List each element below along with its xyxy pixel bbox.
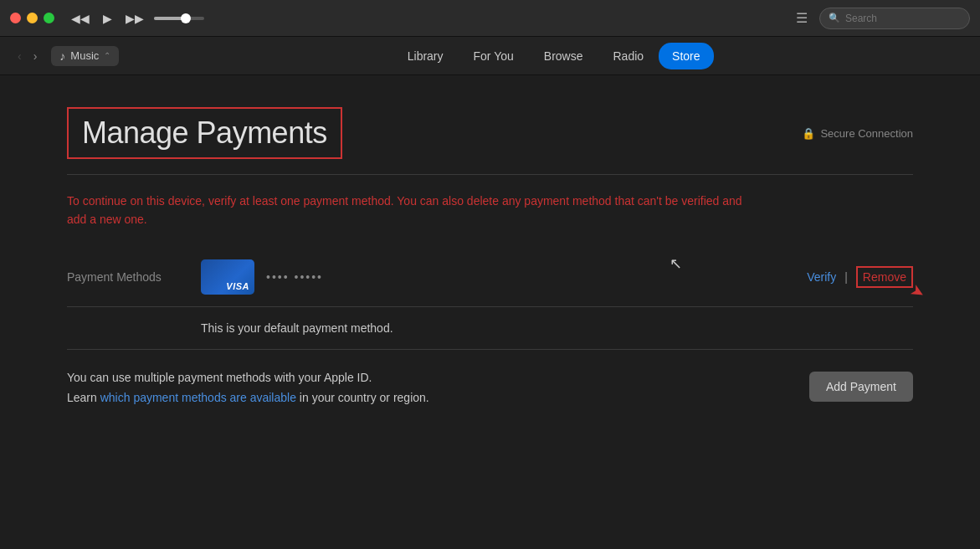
- remove-button[interactable]: Remove: [863, 270, 906, 284]
- payment-methods-link[interactable]: which payment methods are available: [100, 391, 296, 404]
- add-payment-description: You can use multiple payment methods wit…: [67, 368, 429, 408]
- back-button[interactable]: ‹: [13, 48, 26, 64]
- visa-logo: VISA: [226, 281, 249, 291]
- card-container: VISA •••• •••••: [201, 259, 323, 295]
- nav-arrows: ‹ ›: [13, 48, 41, 64]
- volume-slider[interactable]: [154, 17, 204, 20]
- main-content: Manage Payments 🔒 Secure Connection To c…: [0, 75, 980, 408]
- fullscreen-button[interactable]: [44, 13, 54, 23]
- play-controls: ◀◀ ▶ ▶▶: [68, 10, 204, 27]
- secure-connection: 🔒 Secure Connection: [802, 127, 913, 140]
- forward-button[interactable]: ›: [29, 48, 42, 64]
- page-header: Manage Payments 🔒 Secure Connection: [67, 84, 913, 175]
- titlebar-right: ☰ 🔍: [793, 7, 970, 29]
- music-note-icon: ♪: [59, 49, 65, 63]
- play-button[interactable]: ▶: [100, 10, 115, 27]
- search-bar[interactable]: 🔍: [819, 8, 970, 29]
- warning-text: To continue on this device, verify at le…: [67, 192, 753, 229]
- payment-methods-label: Payment Methods: [67, 270, 184, 284]
- app-selector-label: Music: [70, 49, 99, 62]
- app-selector[interactable]: ♪ Music ⌃: [51, 46, 119, 66]
- search-input[interactable]: [845, 13, 961, 24]
- chevron-down-icon: ⌃: [104, 51, 110, 60]
- add-payment-line2-suffix: in your country or region.: [296, 391, 429, 404]
- tab-store[interactable]: Store: [659, 43, 713, 69]
- close-button[interactable]: [10, 13, 21, 23]
- verify-button[interactable]: Verify: [807, 270, 836, 284]
- add-payment-line1: You can use multiple payment methods wit…: [67, 371, 372, 384]
- titlebar: ◀◀ ▶ ▶▶ ☰ 🔍: [0, 0, 980, 37]
- nav-links: Library For You Browse Radio Store: [139, 43, 967, 69]
- remove-button-box: Remove ➤: [856, 266, 913, 288]
- lock-icon: 🔒: [802, 127, 815, 140]
- add-payment-section: You can use multiple payment methods wit…: [67, 350, 913, 408]
- arrow-annotation: ➤: [906, 279, 929, 303]
- page-title: Manage Payments: [82, 115, 327, 151]
- add-payment-line2-prefix: Learn: [67, 391, 100, 404]
- card-number: •••• •••••: [266, 270, 323, 284]
- page-title-box: Manage Payments: [67, 107, 342, 159]
- search-icon: 🔍: [829, 13, 840, 23]
- payment-actions: Verify | Remove ➤: [807, 266, 913, 288]
- tab-radio[interactable]: Radio: [598, 43, 659, 69]
- visa-card: VISA: [201, 259, 254, 295]
- default-payment-text: This is your default payment method.: [201, 321, 393, 335]
- navbar: ‹ › ♪ Music ⌃ Library For You Browse Rad…: [0, 37, 980, 75]
- tab-library[interactable]: Library: [393, 43, 459, 69]
- payment-methods-section: Payment Methods VISA •••• ••••• Verify |…: [67, 248, 913, 307]
- default-payment-row: This is your default payment method.: [67, 307, 913, 350]
- divider: |: [844, 270, 848, 284]
- traffic-lights: [10, 13, 54, 23]
- fast-forward-button[interactable]: ▶▶: [122, 10, 147, 27]
- add-payment-button[interactable]: Add Payment: [809, 372, 913, 402]
- list-view-button[interactable]: ☰: [793, 7, 811, 29]
- minimize-button[interactable]: [27, 13, 38, 23]
- tab-foryou[interactable]: For You: [459, 43, 529, 69]
- secure-connection-label: Secure Connection: [820, 127, 913, 140]
- tab-browse[interactable]: Browse: [529, 43, 598, 69]
- rewind-button[interactable]: ◀◀: [68, 10, 93, 27]
